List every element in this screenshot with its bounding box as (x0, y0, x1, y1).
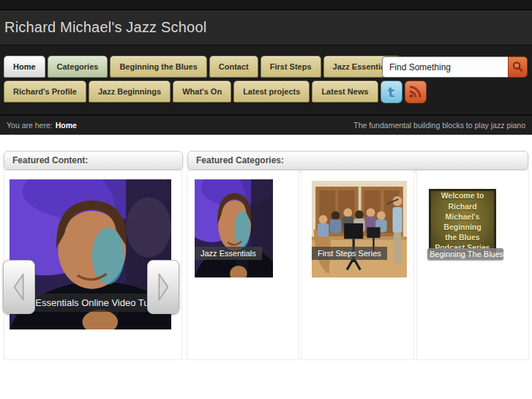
category-column-beginning-the-blues: Welcome to Richard Michael's Beginning t… (416, 171, 529, 360)
breadcrumb-bar: You are here:Home The fundamental buildi… (0, 114, 532, 135)
title-bar: Richard Michael's Jazz School (0, 10, 532, 45)
featured-content-heading: Featured Content: (4, 151, 183, 170)
richard-portrait-illustration (195, 179, 273, 277)
category-caption: First Steps Series (312, 247, 387, 260)
tile-text-line: Richard Michael's (431, 201, 494, 222)
search-button[interactable] (508, 56, 528, 78)
site-title[interactable]: Richard Michael's Jazz School (0, 10, 532, 44)
category-column-first-steps: First Steps Series (301, 171, 414, 360)
site-tagline: The fundamental building blocks to play … (353, 121, 525, 130)
tab-latest-projects[interactable]: Latest projects (233, 81, 310, 102)
carousel-prev-button[interactable] (3, 260, 35, 314)
tab-whats-on[interactable]: What's On (173, 81, 231, 102)
featured-content-panel: Jazz Essentials Online Video Tutorials (4, 171, 182, 360)
category-tile-beginning-the-blues[interactable]: Welcome to Richard Michael's Beginning t… (429, 189, 496, 255)
tab-richards-profile[interactable]: Richard's Profile (4, 81, 86, 102)
nav-row-secondary: Richard's Profile Jazz Beginnings What's… (4, 81, 427, 103)
tile-text-line: Beginning (431, 222, 494, 232)
tab-jazz-beginnings[interactable]: Jazz Beginnings (89, 81, 171, 102)
top-strip (0, 0, 532, 10)
prev-arrow-icon (7, 266, 31, 307)
tile-text-line: the Blues (431, 232, 494, 242)
category-caption: Jazz Essentials (195, 247, 262, 260)
category-thumb-jazz-essentials[interactable]: Jazz Essentials (195, 179, 273, 277)
breadcrumb-prefix: You are here: (7, 121, 53, 130)
category-thumb-first-steps[interactable]: First Steps Series (312, 181, 407, 277)
music-class-illustration (312, 181, 407, 277)
nav-row-primary: Home Categories Beginning the Blues Cont… (4, 56, 401, 78)
page: Richard Michael's Jazz School Home Categ… (0, 0, 532, 399)
twitter-bird-icon: t (387, 83, 395, 100)
breadcrumb: You are here:Home (7, 121, 77, 130)
tab-contact[interactable]: Contact (209, 56, 258, 78)
breadcrumb-current: Home (56, 121, 77, 130)
search-input[interactable] (382, 56, 508, 78)
navigation: Home Categories Beginning the Blues Cont… (0, 45, 532, 114)
category-column-jazz-essentials: Jazz Essentials (187, 171, 299, 360)
magnifier-icon (512, 61, 524, 73)
next-arrow-icon (151, 266, 176, 307)
tab-categories[interactable]: Categories (48, 56, 108, 78)
tab-home[interactable]: Home (4, 56, 45, 78)
featured-slide: Jazz Essentials Online Video Tutorials (10, 179, 171, 329)
search-bar (382, 56, 528, 78)
rss-icon (408, 85, 422, 99)
tab-beginning-the-blues[interactable]: Beginning the Blues (110, 56, 206, 78)
tile-text-line: Welcome to (431, 190, 494, 201)
twitter-button[interactable]: t (381, 81, 402, 103)
carousel-next-button[interactable] (147, 260, 179, 314)
category-caption: Beginning The Blues (427, 248, 503, 260)
rss-button[interactable] (405, 81, 427, 103)
tab-latest-news[interactable]: Latest News (312, 81, 378, 102)
featured-categories-heading: Featured Categories: (187, 151, 528, 170)
tab-first-steps[interactable]: First Steps (261, 56, 321, 78)
